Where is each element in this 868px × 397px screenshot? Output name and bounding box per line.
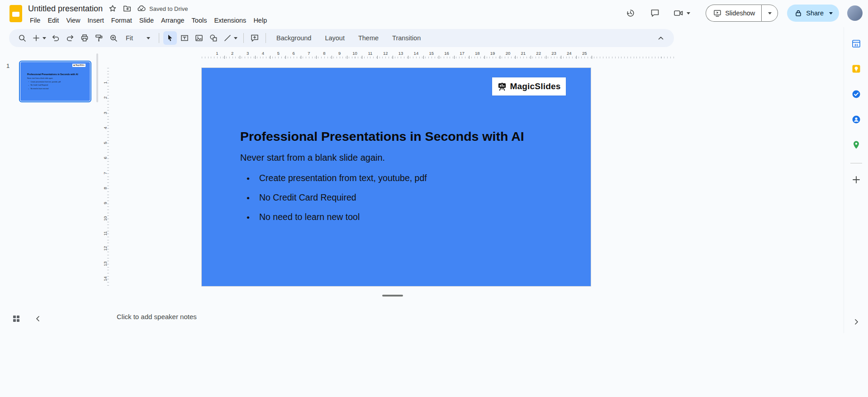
vertical-ruler-mark: 9 xyxy=(101,199,109,208)
account-avatar[interactable] xyxy=(847,5,863,21)
horizontal-ruler-mark: 3 xyxy=(240,50,256,59)
slide-bullet[interactable]: No need to learn new tool xyxy=(247,207,427,227)
calendar-icon[interactable]: 31 xyxy=(847,34,865,53)
insert-image-button[interactable] xyxy=(192,31,206,45)
document-title-row: Untitled presentation Saved to Drive xyxy=(28,3,188,14)
get-addons-icon[interactable] xyxy=(847,171,865,189)
zoom-button[interactable] xyxy=(107,31,120,45)
horizontal-ruler-mark: 12 xyxy=(378,50,393,59)
version-history-icon[interactable] xyxy=(621,4,640,22)
thumbnail-magicslides-logo-text: MagicSlides xyxy=(76,64,85,66)
vertical-ruler-mark: 8 xyxy=(101,184,109,192)
text-box-button[interactable] xyxy=(178,31,191,45)
transition-button[interactable]: Transition xyxy=(386,31,427,45)
vertical-ruler-mark: 3 xyxy=(101,109,109,117)
thumbnail-bullet-list: Create presentation from text, youtube, … xyxy=(28,80,61,91)
side-panel-rail: 31 xyxy=(844,27,868,333)
topbar: Untitled presentation Saved to Drive Fil… xyxy=(0,0,868,27)
notes-resize-handle[interactable] xyxy=(382,295,403,297)
slide-subtitle[interactable]: Never start from a blank slide again. xyxy=(240,153,385,163)
horizontal-ruler-mark: 14 xyxy=(408,50,424,59)
horizontal-ruler-mark: 11 xyxy=(362,50,378,59)
slideshow-label: Slideshow xyxy=(725,10,755,17)
theme-button[interactable]: Theme xyxy=(352,31,385,45)
thumbnail-bullet: Create presentation from text, youtube, … xyxy=(28,80,61,84)
insert-shape-button[interactable] xyxy=(207,31,220,45)
slide[interactable]: MagicSlides Professional Presentations i… xyxy=(202,68,591,286)
paint-format-button[interactable] xyxy=(92,31,106,45)
horizontal-ruler-mark: 10 xyxy=(347,50,363,59)
horizontal-ruler: 1234567891011121314151617181920212223242… xyxy=(202,50,674,59)
collapse-filmstrip-icon[interactable] xyxy=(34,315,42,322)
magicslides-board-icon xyxy=(497,81,507,91)
menu-item[interactable]: Tools xyxy=(188,15,211,26)
insert-comment-button[interactable] xyxy=(248,31,261,45)
maps-icon[interactable] xyxy=(847,136,865,154)
horizontal-ruler-mark: 16 xyxy=(439,50,455,59)
horizontal-ruler-mark: 5 xyxy=(270,50,286,59)
horizontal-ruler-mark: 1 xyxy=(209,50,225,59)
menu-item[interactable]: Arrange xyxy=(157,15,188,26)
horizontal-ruler-mark: 25 xyxy=(577,50,592,59)
vertical-ruler-mark: 7 xyxy=(101,169,109,177)
hide-menus-button[interactable] xyxy=(654,31,668,45)
menu-item[interactable]: Format xyxy=(108,15,136,26)
slide-bullet[interactable]: Create presentation from text, youtube, … xyxy=(247,168,427,188)
keep-icon[interactable] xyxy=(847,60,865,78)
save-status[interactable]: Saved to Drive xyxy=(137,4,188,13)
slide-thumbnail[interactable]: MagicSlides Professional Presentations i… xyxy=(19,61,91,102)
move-folder-icon[interactable] xyxy=(123,4,132,13)
redo-button[interactable] xyxy=(63,31,77,45)
slide-bullet[interactable]: No Credit Card Required xyxy=(247,188,427,207)
rail-divider xyxy=(850,163,862,163)
menu-bar: FileEditViewInsertFormatSlideArrangeTool… xyxy=(26,15,270,26)
menu-item[interactable]: File xyxy=(26,15,44,26)
magicslides-logo[interactable]: MagicSlides xyxy=(492,77,566,96)
filmstrip-scrollbar[interactable] xyxy=(96,53,98,102)
search-menus-button[interactable] xyxy=(15,31,29,45)
slideshow-dropdown-button[interactable] xyxy=(761,5,778,22)
menu-item[interactable]: Insert xyxy=(84,15,108,26)
vertical-ruler-mark: 10 xyxy=(101,214,109,223)
select-tool-button[interactable] xyxy=(163,31,177,45)
toolbar-divider xyxy=(159,33,159,43)
thumbnail-bullet: No need to learn new tool xyxy=(28,87,61,91)
slide-title[interactable]: Professional Presentations in Seconds wi… xyxy=(240,128,566,145)
menu-item[interactable]: Edit xyxy=(44,15,62,26)
horizontal-ruler-mark: 19 xyxy=(485,50,500,59)
insert-line-button[interactable] xyxy=(221,31,239,45)
star-icon[interactable] xyxy=(108,4,117,13)
grid-view-icon[interactable] xyxy=(12,314,21,323)
slide-bullet-list[interactable]: Create presentation from text, youtube, … xyxy=(247,168,427,227)
vertical-ruler-mark: 4 xyxy=(101,124,109,132)
vertical-ruler-mark: 11 xyxy=(101,229,109,238)
tasks-icon[interactable] xyxy=(847,85,865,103)
zoom-select[interactable]: Fit xyxy=(121,31,155,45)
document-title[interactable]: Untitled presentation xyxy=(28,4,103,14)
new-slide-button[interactable] xyxy=(30,31,48,45)
horizontal-ruler-mark: 18 xyxy=(470,50,485,59)
menu-item[interactable]: Extensions xyxy=(210,15,250,26)
slide-number: 1 xyxy=(6,62,9,69)
layout-button[interactable]: Layout xyxy=(318,31,351,45)
slideshow-button[interactable]: Slideshow xyxy=(706,5,761,22)
join-meet-button[interactable] xyxy=(670,8,693,18)
menu-item[interactable]: View xyxy=(62,15,84,26)
expand-side-panel-icon[interactable] xyxy=(844,318,868,325)
undo-button[interactable] xyxy=(49,31,62,45)
zoom-caret-icon xyxy=(147,37,150,39)
share-button[interactable]: Share xyxy=(787,5,839,22)
thumbnail-slide: MagicSlides Professional Presentations i… xyxy=(20,62,90,101)
speaker-notes[interactable]: Click to add speaker notes xyxy=(109,309,675,324)
slides-home-logo[interactable] xyxy=(9,5,22,22)
menu-item[interactable]: Help xyxy=(250,15,270,26)
comments-icon[interactable] xyxy=(646,4,664,22)
background-button[interactable]: Background xyxy=(270,31,318,45)
menu-item[interactable]: Slide xyxy=(136,15,157,26)
cloud-check-icon xyxy=(137,4,146,13)
save-status-label: Saved to Drive xyxy=(149,5,188,12)
contacts-icon[interactable] xyxy=(847,110,865,129)
print-button[interactable] xyxy=(78,31,91,45)
filmstrip: 1 MagicSlides Professional Presentations… xyxy=(0,50,103,309)
main-toolbar: Fit Background Layout Theme Transition xyxy=(9,29,674,47)
